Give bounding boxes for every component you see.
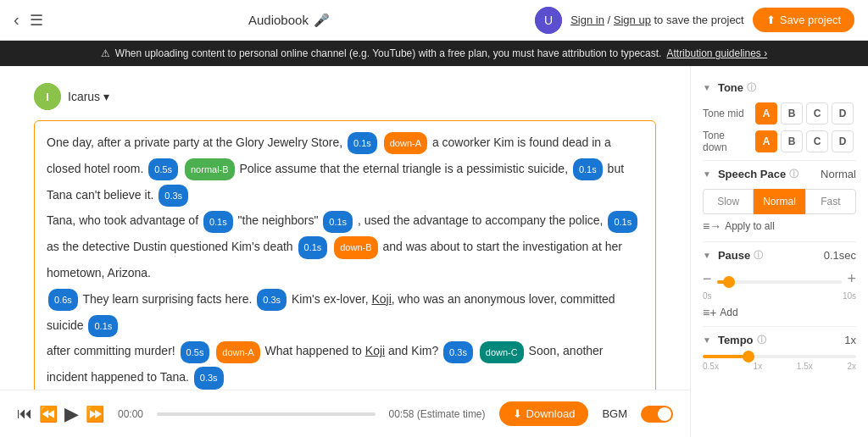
menu-button[interactable]: ☰ bbox=[30, 11, 43, 30]
tone-mid-buttons: A B C D bbox=[755, 102, 854, 124]
pause-info-icon: ⓘ bbox=[754, 249, 763, 262]
step-back-button[interactable]: ⏪ bbox=[39, 405, 58, 423]
tempo-value: 1x bbox=[844, 334, 856, 346]
text-segment-7: , used the advantage to accompany the po… bbox=[358, 213, 606, 227]
tag-down-a-2[interactable]: down-A bbox=[216, 341, 259, 363]
pause-plus-button[interactable]: + bbox=[847, 270, 856, 288]
tempo-header: ▼ Tempo ⓘ 1x bbox=[703, 334, 856, 346]
user-name-dropdown[interactable]: Icarus ▾ bbox=[68, 90, 109, 103]
step-forward-button[interactable]: ⏩ bbox=[86, 405, 104, 423]
sign-up-link[interactable]: Sign up bbox=[614, 14, 651, 26]
tone-title: ▼ Tone ⓘ bbox=[703, 81, 756, 94]
tempo-slider-fill bbox=[703, 355, 748, 358]
apply-all-icon: ≡→ bbox=[703, 219, 721, 233]
tag-down-c[interactable]: down-C bbox=[480, 341, 524, 363]
tag-down-a-1[interactable]: down-A bbox=[384, 132, 427, 154]
speech-pace-buttons: Slow Normal Fast bbox=[703, 189, 856, 214]
pause-controls: − + bbox=[703, 270, 856, 288]
tag-03s-4[interactable]: 0.3s bbox=[194, 367, 224, 389]
tag-01s-3[interactable]: 0.1s bbox=[203, 211, 233, 233]
tag-01s-7[interactable]: 0.1s bbox=[88, 315, 118, 337]
bgm-label: BGM bbox=[602, 407, 627, 420]
tone-mid-d[interactable]: D bbox=[832, 102, 854, 124]
sign-in-link[interactable]: Sign in bbox=[570, 14, 604, 26]
header-center: Audiobook 🎤 bbox=[43, 13, 536, 28]
header-left: ‹ ☰ bbox=[14, 10, 43, 30]
editor-panel: I Icarus ▾ One day, after a private part… bbox=[0, 66, 690, 437]
speech-pace-title: ▼ Speech Pace ⓘ bbox=[703, 168, 798, 180]
back-button[interactable]: ‹ bbox=[14, 10, 19, 30]
speech-pace-arrow[interactable]: ▼ bbox=[703, 169, 711, 179]
tag-01s-6[interactable]: 0.1s bbox=[298, 236, 328, 258]
player-controls: ⏮ ⏪ ▶ ⏩ bbox=[17, 403, 104, 425]
pause-arrow[interactable]: ▼ bbox=[703, 251, 711, 260]
text-segment-12: after committing murder! bbox=[47, 344, 179, 357]
text-segment-8: as the detective Dustin questioned Kim's… bbox=[47, 240, 297, 253]
play-button[interactable]: ▶ bbox=[64, 403, 79, 425]
tone-down-c[interactable]: C bbox=[806, 130, 828, 152]
editor-content: I Icarus ▾ One day, after a private part… bbox=[0, 66, 690, 390]
tone-mid-b[interactable]: B bbox=[781, 102, 803, 124]
text-segment-13: What happened to Koji and Kim? bbox=[264, 344, 442, 357]
tone-mid-a[interactable]: A bbox=[755, 102, 777, 124]
tag-normal-b[interactable]: normal-B bbox=[185, 158, 235, 180]
tag-05s-2[interactable]: 0.5s bbox=[181, 341, 210, 363]
tempo-slider-track[interactable] bbox=[703, 355, 856, 358]
tag-01s-4[interactable]: 0.1s bbox=[323, 211, 353, 233]
tone-section-header: ▼ Tone ⓘ bbox=[703, 81, 856, 94]
player: ⏮ ⏪ ▶ ⏩ 00:00 00:58 (Estimate time) ⬇ Do… bbox=[0, 390, 690, 437]
download-button[interactable]: ⬇ Download bbox=[499, 401, 589, 426]
apply-all-label: Apply to all bbox=[725, 220, 775, 232]
progress-bar[interactable] bbox=[157, 412, 375, 416]
pause-minus-button[interactable]: − bbox=[703, 270, 712, 288]
pause-slider-thumb[interactable] bbox=[723, 276, 735, 288]
tag-03s-2[interactable]: 0.3s bbox=[257, 289, 287, 311]
apply-all-row[interactable]: ≡→ Apply to all bbox=[703, 219, 856, 233]
text-segment-1: One day, after a private party at the Gl… bbox=[47, 136, 346, 149]
tag-06s[interactable]: 0.6s bbox=[48, 289, 78, 311]
tag-01s-2[interactable]: 0.1s bbox=[573, 158, 603, 180]
tone-mid-c[interactable]: C bbox=[806, 102, 828, 124]
tone-collapse-arrow[interactable]: ▼ bbox=[703, 83, 711, 92]
text-block: One day, after a private party at the Gl… bbox=[34, 120, 656, 390]
pause-title: ▼ Pause ⓘ bbox=[703, 249, 763, 262]
tone-info-icon: ⓘ bbox=[747, 81, 756, 94]
speech-pace-header: ▼ Speech Pace ⓘ Normal bbox=[703, 168, 856, 180]
skip-to-start-button[interactable]: ⏮ bbox=[17, 405, 32, 423]
tempo-arrow[interactable]: ▼ bbox=[703, 335, 711, 345]
tag-01s-5[interactable]: 0.1s bbox=[608, 211, 637, 233]
notice-bar: ⚠ When uploading content to personal onl… bbox=[0, 41, 868, 66]
tag-03s-3[interactable]: 0.3s bbox=[443, 341, 473, 363]
current-time: 00:00 bbox=[118, 408, 143, 420]
save-project-button[interactable]: ⬆ Save project bbox=[753, 8, 854, 32]
tone-down-a[interactable]: A bbox=[755, 130, 777, 152]
tag-down-b[interactable]: down-B bbox=[334, 236, 377, 258]
add-row[interactable]: ≡+ Add bbox=[703, 306, 856, 319]
estimate-time: 00:58 (Estimate time) bbox=[389, 408, 486, 420]
download-icon: ⬇ bbox=[513, 407, 522, 420]
tag-03s-1[interactable]: 0.3s bbox=[159, 185, 188, 207]
pace-slow-button[interactable]: Slow bbox=[703, 189, 754, 214]
bgm-toggle[interactable] bbox=[641, 406, 673, 423]
pace-normal-button[interactable]: Normal bbox=[754, 189, 804, 214]
tempo-slider-thumb[interactable] bbox=[743, 351, 754, 362]
right-panel: ▼ Tone ⓘ Tone mid A B C D Tone down A B … bbox=[690, 66, 868, 437]
text-segment-3: Police assume that the eternal triangle … bbox=[240, 162, 571, 175]
tag-05s[interactable]: 0.5s bbox=[148, 158, 178, 180]
svg-text:I: I bbox=[46, 91, 49, 103]
avatar: U bbox=[535, 7, 562, 34]
pace-fast-button[interactable]: Fast bbox=[805, 189, 856, 214]
text-segment-10: They learn surprising facts here. bbox=[82, 292, 255, 306]
pause-header: ▼ Pause ⓘ 0.1sec bbox=[703, 249, 856, 262]
tone-down-d[interactable]: D bbox=[832, 130, 854, 152]
warning-icon: ⚠ bbox=[101, 47, 110, 59]
user-row: I Icarus ▾ bbox=[34, 83, 656, 110]
tag-01s-1[interactable]: 0.1s bbox=[348, 132, 377, 154]
tone-down-label: Tone down bbox=[703, 130, 750, 153]
tone-down-b[interactable]: B bbox=[781, 130, 803, 152]
text-segment-6: "the neighbors" bbox=[238, 213, 322, 227]
sign-links: Sign in / Sign up to save the project bbox=[570, 14, 744, 26]
tone-mid-label: Tone mid bbox=[703, 108, 750, 119]
divider-3 bbox=[703, 326, 856, 327]
attribution-link[interactable]: Attribution guidelines › bbox=[666, 47, 767, 59]
